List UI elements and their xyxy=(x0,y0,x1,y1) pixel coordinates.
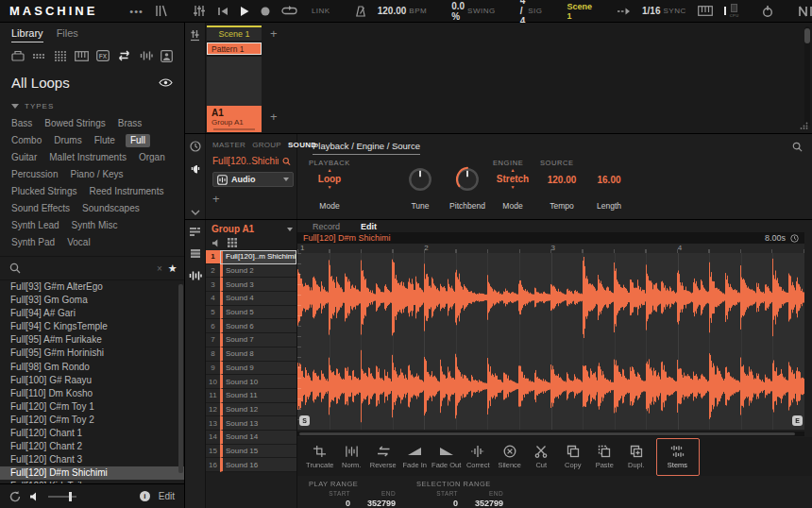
tool-button[interactable]: Paste xyxy=(589,439,621,475)
type-tag[interactable]: Soundscapes xyxy=(82,203,140,214)
type-tag[interactable]: Piano / Keys xyxy=(70,169,123,180)
grid-field[interactable]: 1/16SYNC xyxy=(636,0,692,23)
result-item[interactable]: Full[93] G#m AlterEgo xyxy=(0,280,184,294)
eye-icon[interactable] xyxy=(159,78,173,87)
focus-tab[interactable]: MASTER xyxy=(212,141,245,149)
sound-row[interactable]: 6 Sound 6 xyxy=(206,319,296,333)
sound-row[interactable]: 14 Sound 14 xyxy=(206,431,296,445)
group-block[interactable]: A1 Group A1 xyxy=(207,106,262,132)
type-tag[interactable]: Mallet Instruments xyxy=(49,152,127,163)
types-section-header[interactable]: TYPES xyxy=(0,94,184,112)
autoload-icon[interactable] xyxy=(9,491,21,502)
selection-end-value[interactable]: 352799 xyxy=(462,499,503,508)
selection-start-value[interactable]: 0 xyxy=(416,499,458,508)
arranger-scrollbar[interactable] xyxy=(804,26,810,127)
scene-tab[interactable]: Scene 1 xyxy=(207,25,262,41)
signature-field[interactable]: 4 / 4SIG xyxy=(515,0,549,23)
type-tag[interactable]: Organ xyxy=(139,152,165,163)
add-scene-button[interactable]: + xyxy=(270,27,278,40)
channel-properties-icon[interactable] xyxy=(190,141,201,152)
sound-row[interactable]: 15 Sound 15 xyxy=(206,445,296,459)
waveform-display[interactable]: S E xyxy=(297,253,804,430)
bpm-field[interactable]: 120.00BPM xyxy=(372,0,432,23)
result-item[interactable]: Full[120] Chant 2 xyxy=(0,440,184,453)
type-tag[interactable]: Sound Effects xyxy=(11,203,70,214)
sound-search-icon[interactable] xyxy=(282,157,291,166)
result-item[interactable]: Full[110] Dm Kosho xyxy=(0,387,184,400)
plugin-view-icon[interactable] xyxy=(190,163,201,175)
results-scrollbar[interactable] xyxy=(178,284,183,473)
spin-down-icon[interactable]: ▼ xyxy=(511,185,516,190)
edit-button[interactable]: Edit xyxy=(159,491,175,501)
duration-clock-icon[interactable] xyxy=(790,234,799,243)
type-tag[interactable]: Reed Instruments xyxy=(89,186,163,197)
sounds-icon[interactable] xyxy=(32,50,45,61)
tool-button[interactable]: Truncate xyxy=(304,439,336,475)
waveform-hscrollbar[interactable] xyxy=(297,432,804,436)
prehear-volume-slider[interactable] xyxy=(48,496,76,498)
panel-zoom-icon[interactable] xyxy=(792,142,803,152)
spin-up-icon[interactable]: ▲ xyxy=(328,168,332,173)
result-item[interactable]: Full[120] Chant 3 xyxy=(0,453,184,466)
type-tag[interactable]: Flute xyxy=(94,135,115,146)
sound-row[interactable]: 13 Sound 13 xyxy=(206,416,296,431)
tune-knob[interactable] xyxy=(407,166,433,193)
waveform-canvas[interactable] xyxy=(297,253,804,430)
browser-toggle-icon[interactable] xyxy=(149,0,174,23)
result-item[interactable]: Full[120] Chant 1 xyxy=(0,427,184,440)
mute-speaker-icon[interactable] xyxy=(211,239,221,247)
pads-icon[interactable] xyxy=(228,238,237,247)
type-tag[interactable]: Synth Misc xyxy=(72,220,118,231)
editor-tab[interactable]: Record xyxy=(313,222,340,232)
pattern-block[interactable]: Pattern 1 xyxy=(207,42,262,55)
empty-pattern-slot[interactable] xyxy=(207,93,262,106)
sound-row[interactable]: 5 Sound 5 xyxy=(206,306,296,320)
type-tag[interactable]: Brass xyxy=(118,118,143,129)
search-input[interactable] xyxy=(26,263,151,274)
tool-button[interactable]: Silence xyxy=(494,439,526,475)
loops-icon[interactable] xyxy=(117,50,131,61)
focused-sound-name[interactable]: Full[120..Shichimi xyxy=(212,156,291,166)
sound-row[interactable]: 8 Sound 8 xyxy=(206,347,296,362)
tool-button[interactable]: Cut xyxy=(526,439,558,475)
restart-button[interactable] xyxy=(211,0,234,23)
result-item[interactable]: Full[120] D#m Shichimi xyxy=(0,466,184,480)
play-end-value[interactable]: 352799 xyxy=(354,499,396,508)
type-tag[interactable]: Full xyxy=(126,134,150,147)
sound-row[interactable]: 11 Sound 11 xyxy=(206,389,296,403)
type-tag[interactable]: Plucked Strings xyxy=(11,186,76,197)
arrange-view-icon[interactable] xyxy=(189,227,201,237)
focus-tab[interactable]: GROUP xyxy=(252,141,281,149)
tool-button[interactable]: Correct xyxy=(463,439,495,475)
empty-pattern-slot[interactable] xyxy=(207,81,262,93)
result-item[interactable]: Full[94] A# Gari xyxy=(0,307,184,320)
type-tag[interactable]: Bowed Strings xyxy=(44,118,105,129)
sound-row[interactable]: 3 Sound 3 xyxy=(206,278,296,292)
type-tag[interactable]: Bass xyxy=(11,118,32,129)
info-button[interactable]: i xyxy=(140,491,150,501)
tempo-value[interactable]: 120.00 xyxy=(548,175,577,185)
type-tag[interactable]: Synth Pad xyxy=(11,237,55,248)
add-plugin-button[interactable]: + xyxy=(212,193,291,205)
empty-pattern-slot[interactable] xyxy=(207,69,262,81)
sound-row[interactable]: 4 Sound 4 xyxy=(206,292,296,306)
keyboard-button[interactable] xyxy=(692,0,719,23)
browser-tab[interactable]: Files xyxy=(57,27,78,42)
swing-field[interactable]: 0.0 %SWING xyxy=(446,0,501,23)
projects-icon[interactable] xyxy=(11,50,25,61)
sound-row[interactable]: 7 Sound 7 xyxy=(206,333,296,347)
user-content-icon[interactable] xyxy=(161,50,173,62)
sound-row[interactable]: 9 Sound 9 xyxy=(206,362,296,376)
effects-icon[interactable]: FX xyxy=(96,50,110,61)
type-tag[interactable]: Drums xyxy=(54,135,81,146)
result-item[interactable]: Full[120] C#m Toy 1 xyxy=(0,400,184,414)
tool-button[interactable]: Dupl. xyxy=(620,439,652,475)
sound-row[interactable]: 16 Sound 16 xyxy=(206,458,296,472)
length-value[interactable]: 16.00 xyxy=(597,175,620,185)
end-marker[interactable]: E xyxy=(792,415,803,426)
keyboard-view-icon[interactable] xyxy=(190,248,201,259)
instruments-icon[interactable] xyxy=(75,51,89,61)
result-item[interactable]: Full[93] Gm Goma xyxy=(0,294,184,307)
playback-mode-selector[interactable]: ▲ Loop ▼ xyxy=(318,168,341,190)
browser-tab[interactable]: Library xyxy=(11,27,43,42)
